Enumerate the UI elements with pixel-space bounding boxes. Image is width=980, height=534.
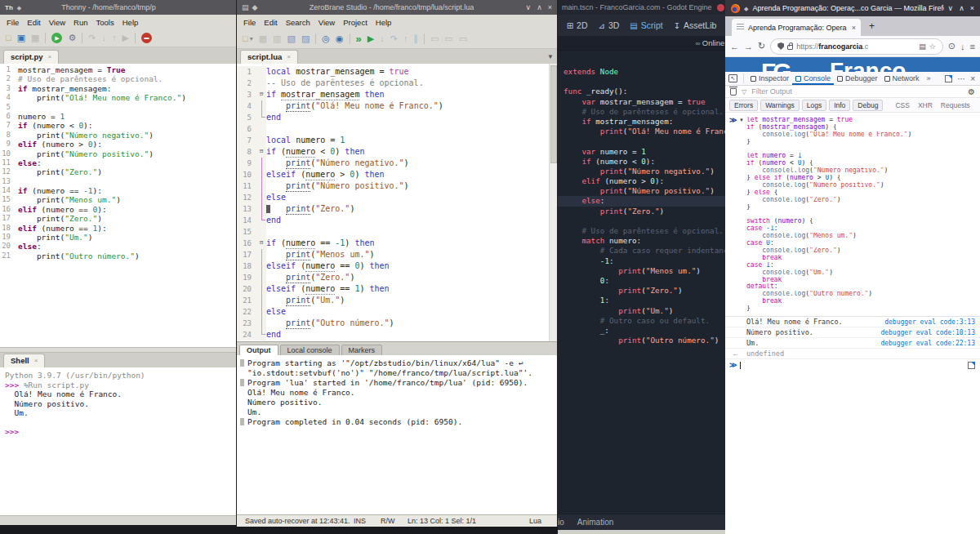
step-over-icon[interactable]: ↷	[88, 33, 96, 43]
scrollbar-thumb[interactable]	[550, 65, 557, 163]
thonny-shell[interactable]: Python 3.9.7 (/usr/bin/python)>>> %Run s…	[0, 367, 236, 515]
devtools-tab-console[interactable]: Console	[792, 72, 834, 85]
menu-edit[interactable]: Edit	[23, 18, 44, 27]
menu-icon[interactable]: ≡	[970, 42, 975, 51]
split-console-icon[interactable]	[968, 362, 975, 369]
bottom-tab-animation[interactable]: Animation	[577, 518, 613, 527]
console-input-row[interactable]: ≫	[725, 359, 980, 371]
url-text[interactable]: https://francogarcia.c	[796, 42, 915, 51]
filter-input[interactable]: Filter Output	[751, 87, 963, 96]
minimize-icon[interactable]: ∨	[948, 3, 954, 14]
tracking-shield-icon[interactable]	[777, 42, 784, 50]
reload-icon[interactable]: ↻	[758, 41, 765, 51]
save-all-icon[interactable]: ▥	[273, 33, 281, 44]
stop-icon[interactable]: ▬	[141, 33, 152, 43]
close-icon[interactable]: ×	[34, 357, 38, 364]
fold-marker[interactable]	[256, 226, 266, 238]
close-icon[interactable]: ×	[548, 2, 552, 13]
workspace-3d[interactable]: ⊿3D	[599, 20, 620, 30]
step-out-icon[interactable]: ↑	[403, 33, 408, 44]
tab-script-py[interactable]: script.py ×	[3, 50, 59, 64]
url-bar[interactable]: https://francogarcia.c ▤ ☆	[770, 38, 943, 55]
minimize-icon[interactable]: ∨	[526, 2, 532, 13]
tab-script-lua[interactable]: script.lua ×	[240, 50, 298, 64]
menu-view[interactable]: View	[314, 18, 339, 27]
menu-edit[interactable]: Edit	[260, 18, 281, 27]
new-file-icon[interactable]: □	[6, 33, 11, 43]
fold-marker[interactable]	[256, 123, 266, 135]
filter-css[interactable]: CSS	[895, 101, 909, 109]
view-stack-icon[interactable]: ▭	[459, 33, 467, 44]
step-into-icon[interactable]: ↓	[102, 33, 107, 43]
godot-script-editor[interactable]: extends Nodefunc _ready(): var mostrar_m…	[558, 51, 725, 493]
tab-shell[interactable]: Shell ×	[3, 354, 45, 367]
tab-local-console[interactable]: Local console	[280, 345, 340, 355]
step-over-icon[interactable]: ↷	[390, 33, 398, 44]
site-logo[interactable]: FG	[761, 58, 789, 72]
collapse-icon[interactable]: ▼	[739, 118, 744, 122]
save-icon[interactable]: ▦	[259, 33, 267, 44]
source-link[interactable]: debugger eval code:22:13	[880, 340, 975, 347]
menu-file[interactable]: File	[2, 18, 23, 27]
project-save-icon[interactable]: ▨	[301, 33, 310, 44]
project-open-icon[interactable]: ▧	[287, 33, 295, 44]
firefox-titlebar[interactable]: ◆ Aprenda Programação: Operaç...co Garci…	[725, 0, 980, 16]
devtools-menu-icon[interactable]: ⋯	[957, 74, 965, 83]
new-dropdown-icon[interactable]: ▾	[250, 33, 253, 44]
thonny-panel-divider[interactable]	[0, 347, 236, 353]
close-devtools-icon[interactable]: ×	[970, 74, 975, 83]
workspace-2d[interactable]: ⊞2D	[567, 20, 588, 30]
fold-marker[interactable]: ⊟	[256, 146, 266, 158]
run-program-icon[interactable]: »	[356, 33, 362, 44]
menu-search[interactable]: Search	[282, 18, 314, 27]
pause-icon[interactable]: ∥	[413, 33, 418, 44]
filter-warnings[interactable]: Warnings	[760, 100, 800, 111]
resume-icon[interactable]: ▶	[122, 33, 129, 43]
bottom-tab-io[interactable]: io	[558, 518, 564, 527]
bookmark-star-icon[interactable]: ☆	[929, 42, 936, 51]
devtools-tab-network[interactable]: Network	[881, 72, 923, 85]
fold-marker[interactable]	[256, 135, 266, 146]
workspace-assetlib[interactable]: ↧AssetLib	[674, 20, 717, 30]
run-icon[interactable]: ▶	[51, 33, 62, 43]
maximize-icon[interactable]: ∧	[959, 3, 964, 14]
editor-scrollbar[interactable]	[549, 64, 557, 341]
reader-mode-icon[interactable]: ▤	[919, 42, 926, 51]
thonny-editor[interactable]: 1mostrar_mensagem = True2# Uso de parênt…	[0, 64, 236, 347]
workspace-script[interactable]: ▤Script	[630, 20, 662, 30]
filter-debug[interactable]: Debug	[853, 100, 883, 111]
fold-marker[interactable]: ⊟	[256, 238, 266, 249]
forward-icon[interactable]: →	[744, 42, 753, 51]
debug-icon[interactable]: ⚙	[68, 33, 76, 43]
split-console-icon[interactable]	[945, 75, 952, 82]
step-into-icon[interactable]: ↓	[380, 33, 385, 44]
console-settings-icon[interactable]: ⚙	[968, 87, 975, 96]
step-out-icon[interactable]: ↑	[112, 33, 117, 43]
more-tabs-icon[interactable]: »	[924, 74, 933, 82]
open-file-icon[interactable]: ▣	[17, 33, 25, 43]
tab-markers[interactable]: Markers	[341, 345, 383, 355]
find-icon[interactable]: ◎	[322, 33, 330, 44]
menu-help[interactable]: Help	[372, 18, 396, 27]
fold-marker[interactable]	[256, 66, 266, 78]
save-icon[interactable]: ▦	[31, 33, 39, 43]
fold-marker[interactable]	[256, 78, 266, 89]
zerobrane-editor[interactable]: 1local mostrar_mensagem = true2-- Uso de…	[237, 64, 557, 341]
output-panel[interactable]: Program starting as '"/opt/zbstudio/bin/…	[237, 355, 557, 514]
filter-xhr[interactable]: XHR	[918, 101, 933, 109]
filter-info[interactable]: Info	[829, 100, 850, 111]
menu-file[interactable]: File	[239, 18, 260, 27]
pick-element-icon[interactable]: ↖	[728, 74, 737, 82]
menu-project[interactable]: Project	[339, 18, 372, 27]
zerobrane-titlebar[interactable]: ▤◆ ZeroBrane Studio - /home/franco/tmp/l…	[237, 0, 557, 15]
menu-view[interactable]: View	[45, 18, 69, 27]
close-icon[interactable]: ×	[48, 53, 52, 60]
devtools-tab-inspector[interactable]: Inspector	[747, 72, 792, 85]
start-debug-icon[interactable]: ▶	[368, 33, 374, 44]
clear-console-icon[interactable]	[730, 88, 737, 96]
filter-logs[interactable]: Logs	[802, 100, 826, 111]
menu-help[interactable]: Help	[118, 18, 143, 27]
new-file-icon[interactable]: □	[243, 33, 248, 44]
replace-icon[interactable]: ◉	[336, 33, 344, 44]
tab-list-dropdown-icon[interactable]: ▼	[547, 53, 554, 60]
